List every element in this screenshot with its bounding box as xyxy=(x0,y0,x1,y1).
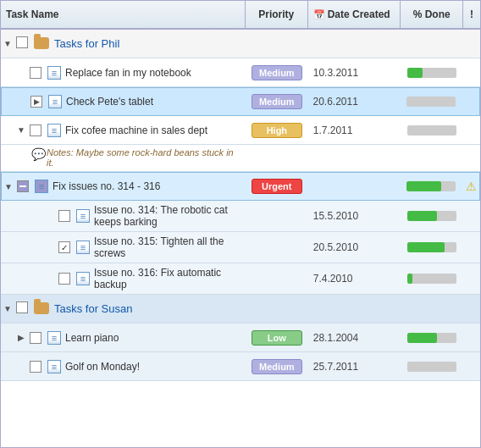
calendar-icon: 📅 xyxy=(313,9,325,20)
cell-priority: Urgent xyxy=(246,179,307,194)
task-name-text: Tasks for Phil xyxy=(54,37,119,50)
cell-date: 7.4.2010 xyxy=(308,273,401,285)
cell-name: Issue no. 315: Tighten all the screws xyxy=(1,232,246,263)
date-value: 7.4.2010 xyxy=(313,273,353,285)
table-row[interactable]: ▶ Check Pete's tablet Medium 20.6.2011 xyxy=(1,87,480,116)
partial-checkbox[interactable] xyxy=(17,180,29,192)
table-row[interactable]: Issue no. 316: Fix automatic backup 7.4.… xyxy=(1,263,480,295)
priority-badge: High xyxy=(252,123,302,138)
progress-bar xyxy=(407,125,456,136)
date-value: 20.5.2010 xyxy=(313,241,358,253)
task-name-text: Golf on Monday! xyxy=(65,361,242,373)
cell-done xyxy=(401,125,463,136)
cell-date: 28.1.2004 xyxy=(308,332,401,344)
progress-fill xyxy=(407,211,437,221)
warning-icon: ⚠ xyxy=(466,180,477,193)
cell-name: Issue no. 316: Fix automatic backup xyxy=(1,263,246,294)
cell-date: 20.5.2010 xyxy=(308,241,401,253)
header-done-label: % Done xyxy=(413,8,451,20)
cell-priority: Medium xyxy=(246,65,308,80)
folder-icon xyxy=(34,302,49,316)
checkbox[interactable] xyxy=(30,124,41,136)
expand-arrow[interactable] xyxy=(3,304,13,313)
cell-done xyxy=(401,68,463,78)
cell-done xyxy=(401,97,462,107)
progress-fill xyxy=(406,181,441,191)
priority-badge: Medium xyxy=(252,94,302,109)
cell-done xyxy=(401,333,463,343)
cell-priority: Low xyxy=(246,330,308,346)
task-icon xyxy=(47,124,61,137)
table-row[interactable]: Tasks for Susan xyxy=(1,295,480,324)
task-name-text: Check Pete's tablet xyxy=(66,96,242,108)
checkbox[interactable]: ▶ xyxy=(30,96,42,108)
table-row[interactable]: Golf on Monday! Medium 25.7.2011 xyxy=(1,352,480,381)
checkbox[interactable] xyxy=(30,332,41,344)
progress-fill xyxy=(407,242,445,252)
expand-arrow[interactable] xyxy=(3,182,14,191)
expand-arrow[interactable] xyxy=(16,125,26,135)
table-row[interactable]: Tasks for Phil xyxy=(1,30,480,58)
cell-done xyxy=(401,181,462,191)
progress-fill xyxy=(407,68,422,78)
folder-icon xyxy=(34,37,49,51)
expand-arrow[interactable] xyxy=(3,39,13,48)
cell-priority: High xyxy=(246,123,308,138)
header-alert: ! xyxy=(463,1,480,28)
task-icon xyxy=(48,95,62,108)
header-alert-label: ! xyxy=(470,8,473,20)
checkbox[interactable] xyxy=(16,36,28,48)
checkbox[interactable] xyxy=(30,67,41,79)
cell-name: Replace fan in my notebook xyxy=(1,63,246,83)
cell-priority: Medium xyxy=(246,94,307,109)
table-row: 💬 Notes: Maybe some rock-hard beans stuc… xyxy=(1,145,480,172)
table-row[interactable]: Fix issues no. 314 - 316 Urgent ⚠ xyxy=(1,172,480,201)
task-name-text: Issue no. 315: Tighten all the screws xyxy=(94,235,242,259)
checkbox[interactable] xyxy=(30,361,41,373)
priority-badge: Medium xyxy=(252,65,302,80)
cell-date: 10.3.2011 xyxy=(308,67,401,79)
task-name-text: Fix issues no. 314 - 316 xyxy=(53,180,242,192)
progress-bar xyxy=(407,68,456,78)
group-checkbox[interactable] xyxy=(14,36,30,51)
cell-date: 15.5.2010 xyxy=(308,210,401,222)
checkbox[interactable] xyxy=(58,241,70,253)
progress-bar xyxy=(407,211,456,221)
cell-name: Golf on Monday! xyxy=(1,357,246,377)
cell-date: 25.7.2011 xyxy=(308,361,401,373)
task-icon xyxy=(76,272,90,285)
progress-bar xyxy=(406,97,456,107)
checkbox[interactable] xyxy=(58,210,70,222)
note-icon: 💬 xyxy=(31,147,45,161)
progress-fill xyxy=(407,333,437,343)
date-value: 1.7.2011 xyxy=(313,124,353,136)
table-row[interactable]: Issue no. 314: The robotic cat keeps bar… xyxy=(1,201,480,232)
task-name-text: Tasks for Susan xyxy=(54,302,133,315)
table-row[interactable]: Fix cofee machine in sales dept High 1.7… xyxy=(1,116,480,145)
header-priority: Priority xyxy=(246,1,308,28)
note-text: Notes: Maybe some rock-hard beans stuck … xyxy=(47,147,242,168)
checkbox[interactable] xyxy=(16,301,28,313)
date-value: 20.6.2011 xyxy=(312,96,357,108)
cell-done xyxy=(401,362,463,372)
header-task-name-label: Task Name xyxy=(6,8,58,20)
table-row[interactable]: Learn piano Low 28.1.2004 xyxy=(1,324,480,352)
header-date: 📅 Date Created xyxy=(308,1,401,28)
task-icon xyxy=(47,360,61,373)
cell-name: Fix cofee machine in sales dept xyxy=(1,120,246,141)
table-header: Task Name Priority 📅 Date Created % Done… xyxy=(1,1,480,30)
task-icon xyxy=(47,331,61,345)
task-icon xyxy=(76,241,90,254)
cell-done xyxy=(401,242,463,252)
task-icon xyxy=(47,66,61,80)
expand-arrow[interactable] xyxy=(16,333,26,342)
header-priority-label: Priority xyxy=(258,8,294,20)
priority-badge: Low xyxy=(252,330,302,346)
table-row[interactable]: Issue no. 315: Tighten all the screws 20… xyxy=(1,232,480,263)
group-checkbox[interactable] xyxy=(14,301,30,316)
cell-name: 💬 Notes: Maybe some rock-hard beans stuc… xyxy=(1,145,246,171)
cell-name: Issue no. 314: The robotic cat keeps bar… xyxy=(1,201,246,231)
table-row[interactable]: Replace fan in my notebook Medium 10.3.2… xyxy=(1,58,480,87)
checkbox[interactable] xyxy=(58,273,70,285)
cell-alert: ⚠ xyxy=(462,180,479,193)
